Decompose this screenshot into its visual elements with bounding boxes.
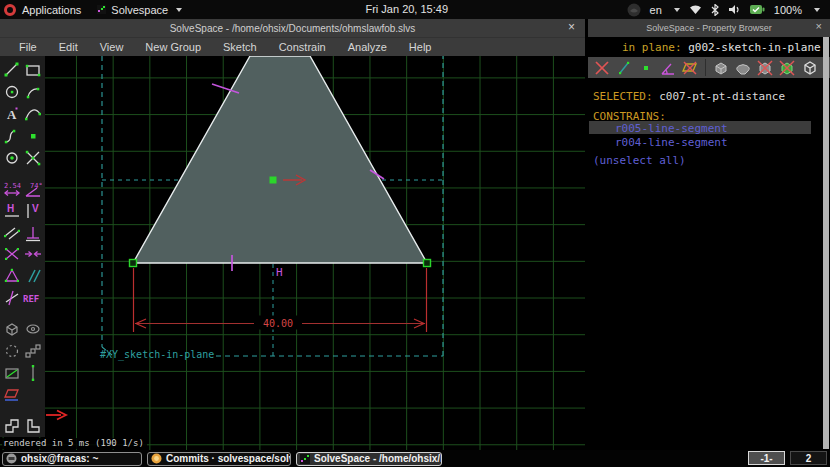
clock[interactable]: Fri Jan 20, 15:49 (365, 3, 448, 15)
toolbar-empty-cell (23, 385, 43, 405)
sketch-in-plane-tool-icon[interactable] (2, 363, 22, 383)
taskbar-browser-window[interactable]: Commits · solvespace/solvespa... (147, 452, 291, 466)
text-tool-icon[interactable]: A (2, 104, 22, 124)
terminal-icon (6, 453, 17, 464)
vertical-constraint-tool-icon[interactable]: V (23, 201, 43, 221)
supplementary-angle-tool-icon[interactable] (2, 288, 22, 308)
sketch-canvas[interactable]: H 40.00 (0, 56, 585, 450)
boolean-union-tool-icon[interactable] (2, 416, 22, 436)
boolean-difference-tool-icon[interactable] (23, 416, 43, 436)
volume-icon[interactable] (728, 4, 741, 15)
menu-edit[interactable]: Edit (48, 39, 89, 55)
taskbar-solvespace-window[interactable]: SolveSpace - /home/ohsix/Doc... (296, 452, 442, 466)
midpoint-constraint-tool-icon[interactable] (23, 244, 43, 264)
construction-tool-icon[interactable] (2, 148, 22, 168)
menu-new-group[interactable]: New Group (134, 39, 212, 55)
scrollbar[interactable] (823, 37, 829, 449)
svg-text:REF: REF (23, 294, 39, 304)
equal-angle-constraint-tool-icon[interactable] (2, 266, 22, 286)
horizontal-constraint-tool-icon[interactable]: H (2, 201, 22, 221)
extrude-tool-icon[interactable] (2, 319, 22, 339)
lathe-group-icon[interactable] (734, 59, 752, 77)
symmetric-constraint-tool-icon[interactable] (2, 244, 22, 264)
menu-view[interactable]: View (89, 39, 135, 55)
browser-icon (151, 453, 162, 464)
taskbar-terminal-window[interactable]: ohsix@fracas: ~ (2, 452, 142, 466)
battery-icon[interactable] (750, 4, 765, 15)
toolbar-separator (2, 310, 44, 317)
split-curves-tool-icon[interactable] (23, 148, 43, 168)
selected-label: SELECTED: (593, 90, 659, 103)
constraint-link-r004[interactable]: r004-line-segment (615, 136, 728, 149)
sketch-in-3d-tool-icon[interactable] (23, 363, 43, 383)
equal-length-constraint-tool-icon[interactable] (2, 223, 22, 243)
distance-constraint-tool-icon[interactable]: 2.54 (2, 179, 22, 199)
origin-point[interactable] (270, 177, 277, 184)
reference-dimension-tool-icon[interactable]: REF (23, 288, 43, 308)
point-tool-icon[interactable] (23, 126, 43, 146)
arc-tool-icon[interactable] (23, 82, 43, 102)
tray-app-icon[interactable] (627, 3, 641, 17)
workplane-tool-icon[interactable] (2, 385, 22, 405)
circle-tool-icon[interactable] (2, 82, 22, 102)
constraint-angle-icon[interactable] (659, 59, 677, 77)
workspace-2[interactable]: 2 (790, 451, 827, 465)
window-title: SolveSpace - /home/ohsix/Documents/ohmsl… (170, 23, 416, 34)
perpendicular-constraint-tool-icon[interactable] (23, 223, 43, 243)
rotate-tool-icon[interactable] (2, 341, 22, 361)
chevron-down-icon (674, 8, 680, 12)
tool-palette: A 2.54 74° H V REF (0, 56, 45, 437)
view-cube-icon[interactable] (800, 59, 818, 77)
in-plane-value[interactable]: g002-sketch-in-plane (688, 41, 820, 54)
workspace-1[interactable]: -1- (748, 451, 785, 465)
constraint-link-r005[interactable]: r005-line-segment (615, 122, 728, 135)
menu-file[interactable]: File (8, 39, 48, 55)
solvespace-mini-icon (97, 5, 106, 14)
toolbar-separator (705, 59, 706, 76)
unselect-all-link[interactable]: (unselect all) (593, 154, 686, 167)
line-entity-icon[interactable] (615, 59, 633, 77)
group-hidden-icon[interactable] (756, 59, 774, 77)
distro-logo-icon[interactable] (4, 4, 16, 16)
battery-percent[interactable]: 100% (774, 4, 802, 16)
selected-line: SELECTED: c007-pt-pt-distance (593, 90, 785, 103)
property-browser-titlebar[interactable]: SolveSpace - Property Browser × (588, 19, 830, 37)
workplane-hidden-icon[interactable] (681, 59, 699, 77)
menu-analyze[interactable]: Analyze (337, 39, 398, 55)
vertex-point-bottom-left[interactable] (130, 260, 137, 267)
point-entity-icon[interactable] (637, 59, 655, 77)
svg-text:H: H (7, 203, 14, 214)
taskbar-window-label: Commits · solvespace/solvespa... (166, 453, 291, 464)
dimension-value[interactable]: 40.00 (263, 318, 293, 329)
close-icon[interactable]: × (816, 20, 822, 32)
lathe-tool-icon[interactable] (23, 319, 43, 339)
keyboard-layout[interactable]: en (650, 4, 662, 16)
bluetooth-icon[interactable] (711, 4, 719, 16)
wifi-icon[interactable] (689, 4, 702, 15)
system-tray: en 100% (627, 3, 830, 17)
desktop: Applications Solvespace Fri Jan 20, 15:4… (0, 0, 830, 467)
rectangle-tool-icon[interactable] (23, 60, 43, 80)
translate-tool-icon[interactable] (23, 341, 43, 361)
menu-help[interactable]: Help (398, 39, 443, 55)
angle-constraint-tool-icon[interactable]: 74° (23, 179, 43, 199)
parallel-constraint-tool-icon[interactable] (23, 266, 43, 286)
solvespace-mini-icon (300, 454, 310, 464)
line-segment-tool-icon[interactable] (2, 60, 22, 80)
menu-sketch[interactable]: Sketch (212, 39, 268, 55)
window-titlebar[interactable]: SolveSpace - /home/ohsix/Documents/ohmsl… (0, 19, 585, 37)
workplane-label[interactable]: #XY_sketch-in-plane (100, 349, 214, 361)
mesh-hidden-icon[interactable] (778, 59, 796, 77)
close-icon[interactable]: × (568, 20, 575, 34)
sketch-shape-trapezoid[interactable] (133, 56, 427, 263)
menu-constrain[interactable]: Constrain (268, 39, 337, 55)
extrude-group-icon[interactable] (712, 59, 730, 77)
active-app-menu[interactable]: Solvespace (97, 4, 182, 16)
horizontal-constraint-label[interactable]: H (276, 266, 283, 279)
bezier-tool-icon[interactable] (23, 104, 43, 124)
applications-menu[interactable]: Applications (22, 4, 81, 16)
spline-tool-icon[interactable] (2, 126, 22, 146)
clear-selection-icon[interactable] (593, 59, 611, 77)
vertex-point-bottom-right[interactable] (424, 260, 431, 267)
app-menu-label: Solvespace (111, 4, 168, 16)
